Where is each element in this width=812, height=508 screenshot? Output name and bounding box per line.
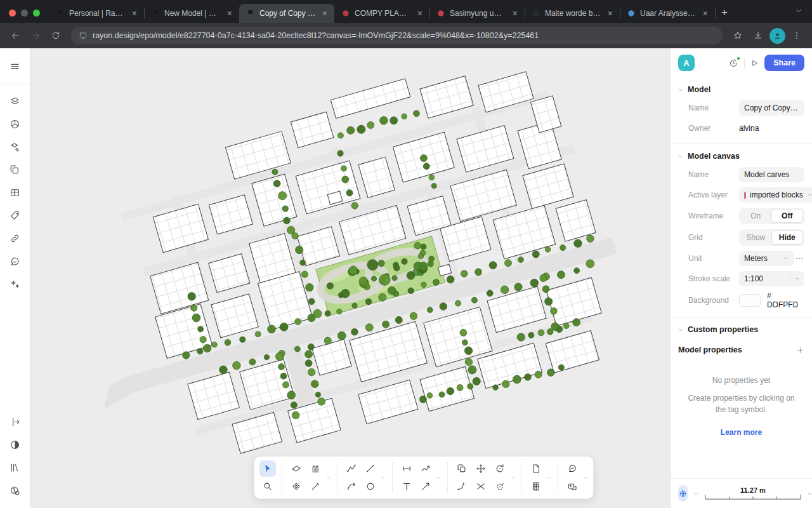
url-text[interactable]: rayon.design/epo/model/e8227704-0a7c-413…: [93, 31, 539, 40]
tool-export-right[interactable]: [6, 412, 25, 431]
chevron-down-icon[interactable]: [790, 272, 804, 285]
close-icon[interactable]: ×: [320, 8, 329, 18]
history-icon[interactable]: [728, 58, 739, 69]
browser-tab[interactable]: New Model | Rayon ×: [144, 4, 239, 23]
site-settings-icon[interactable]: [79, 31, 88, 40]
wireframe-on-option[interactable]: On: [740, 209, 771, 223]
window-controls[interactable]: [0, 10, 49, 23]
chevron-up-icon[interactable]: [806, 490, 812, 497]
custom-properties-section-header[interactable]: Custom properties: [671, 318, 812, 338]
present-play-icon[interactable]: [750, 58, 759, 68]
tool-material[interactable]: [6, 137, 25, 156]
zoom-window-button[interactable]: [33, 10, 40, 17]
add-property-icon[interactable]: [796, 346, 804, 354]
close-icon[interactable]: ×: [511, 8, 520, 18]
tool-screenshot[interactable]: [564, 478, 580, 495]
tool-menu[interactable]: [6, 57, 25, 76]
browser-tab[interactable]: Copy of Copy of M ×: [239, 4, 334, 23]
browser-tab[interactable]: Maite worde biggs ×: [525, 4, 620, 23]
model-canvas-area[interactable]: [30, 48, 670, 508]
close-icon[interactable]: ×: [701, 8, 710, 18]
learn-more-link[interactable]: Learn more: [721, 427, 762, 438]
tool-polyline[interactable]: [343, 460, 360, 477]
active-layer-select[interactable]: imported blocks: [739, 187, 812, 203]
tool-world-help[interactable]: [6, 481, 25, 500]
canvas-name-field[interactable]: Model carves: [739, 167, 804, 182]
tool-trim[interactable]: [473, 478, 489, 495]
grid-show-option[interactable]: Show: [740, 231, 771, 244]
flyout-chevron-up-icon[interactable]: [510, 475, 516, 481]
tool-cube[interactable]: [6, 114, 25, 133]
tool-circle[interactable]: [362, 478, 379, 495]
tool-library[interactable]: [6, 458, 25, 477]
flyout-chevron-up-icon[interactable]: [582, 475, 588, 481]
browser-tab[interactable]: COMPY PLACE | W ×: [334, 4, 429, 23]
tool-contrast[interactable]: [6, 435, 25, 454]
tool-hatch-page[interactable]: [528, 478, 544, 495]
address-bar[interactable]: rayon.design/epo/model/e8227704-0a7c-413…: [71, 27, 723, 44]
flyout-chevron-up-icon[interactable]: [325, 475, 331, 481]
browser-tab[interactable]: Uaar Aralysse - 43 ×: [620, 4, 715, 23]
tool-line[interactable]: [362, 460, 379, 477]
browser-tab[interactable]: Personal | Rayon ×: [49, 4, 144, 23]
tool-pen-line[interactable]: [307, 478, 324, 495]
tool-tag[interactable]: [6, 206, 25, 225]
close-icon[interactable]: ×: [130, 8, 139, 18]
download-icon[interactable]: [749, 27, 767, 44]
browser-profile-avatar[interactable]: [769, 28, 785, 44]
flyout-chevron-up-icon[interactable]: [436, 475, 442, 481]
chevron-up-icon[interactable]: [693, 490, 700, 497]
close-icon[interactable]: ×: [225, 8, 234, 18]
tool-comment[interactable]: [564, 460, 580, 477]
close-window-button[interactable]: [9, 10, 16, 17]
minimize-window-button[interactable]: [21, 10, 28, 17]
flyout-chevron-up-icon[interactable]: [546, 475, 552, 481]
tool-select[interactable]: [259, 460, 276, 477]
wireframe-off-option[interactable]: Off: [771, 209, 804, 223]
tool-move[interactable]: [473, 460, 489, 477]
tool-sparkles[interactable]: [6, 274, 25, 293]
tool-wall[interactable]: [307, 460, 324, 477]
stroke-scale-select[interactable]: 1:100: [739, 271, 804, 286]
tool-arc[interactable]: [343, 478, 360, 495]
model-name-field[interactable]: Copy of Copy of New M…: [739, 100, 804, 116]
tool-layers[interactable]: [6, 91, 25, 110]
tool-offset-curve[interactable]: [454, 478, 470, 495]
close-icon[interactable]: ×: [416, 8, 424, 18]
tool-arrow[interactable]: [417, 478, 434, 495]
tool-text[interactable]: [398, 478, 415, 495]
user-avatar[interactable]: A: [678, 55, 695, 71]
bookmark-star-icon[interactable]: [729, 27, 747, 44]
tool-dimension[interactable]: [398, 460, 415, 477]
tool-comment-smile[interactable]: [6, 251, 25, 271]
geolocation-icon[interactable]: [678, 485, 688, 502]
tool-page[interactable]: [528, 460, 544, 477]
reload-icon[interactable]: [47, 27, 65, 44]
model-section-header[interactable]: Model: [671, 77, 812, 98]
tool-table[interactable]: [6, 183, 25, 202]
tool-leader[interactable]: [417, 460, 434, 477]
tool-copy[interactable]: [6, 160, 25, 179]
tab-search-icon[interactable]: [785, 6, 812, 23]
background-hex-value[interactable]: # DOFPFD: [767, 291, 804, 309]
tool-rotate-dots[interactable]: [492, 478, 508, 495]
close-icon[interactable]: ×: [606, 8, 615, 18]
tool-zoom[interactable]: [259, 478, 276, 495]
tool-link[interactable]: [6, 229, 25, 248]
back-icon[interactable]: [6, 27, 24, 44]
browser-tab[interactable]: Sasimyung uml 蜂@3 ×: [429, 4, 525, 23]
new-tab-button[interactable]: +: [715, 6, 735, 23]
flyout-chevron-up-icon[interactable]: [381, 475, 386, 481]
share-button[interactable]: Share: [764, 55, 804, 71]
tool-plane[interactable]: [288, 460, 304, 477]
grid-hide-option[interactable]: Hide: [771, 231, 804, 244]
tool-rotate[interactable]: [492, 460, 508, 477]
forward-icon[interactable]: [27, 27, 44, 44]
background-color-swatch[interactable]: [739, 294, 761, 307]
model-canvas-section-header[interactable]: Model canvas: [671, 144, 812, 164]
unit-more-options-icon[interactable]: [794, 253, 804, 264]
browser-menu-icon[interactable]: [788, 27, 806, 44]
tool-duplicate[interactable]: [454, 460, 470, 477]
tool-diamond[interactable]: [288, 478, 304, 495]
unit-select[interactable]: Meters: [739, 251, 794, 266]
